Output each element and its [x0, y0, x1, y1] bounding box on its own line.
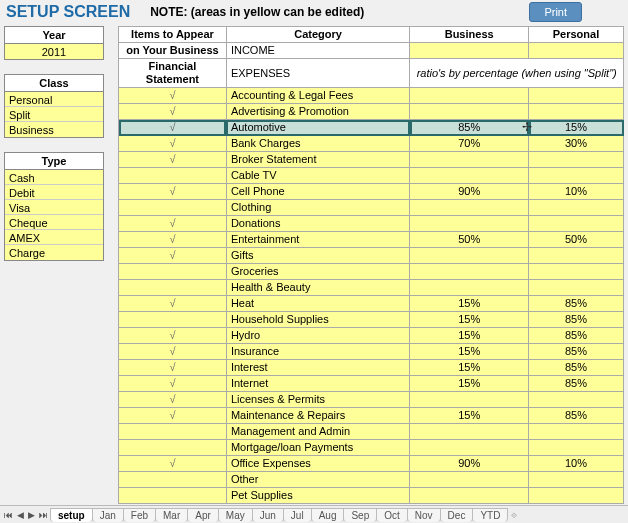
tab-Sep[interactable]: Sep	[343, 508, 377, 522]
type-item[interactable]: Visa	[5, 200, 103, 215]
row-check[interactable]: √	[119, 152, 227, 168]
row-personal[interactable]: 85%	[529, 344, 624, 360]
row-business[interactable]	[410, 216, 529, 232]
row-category[interactable]: Bank Charges	[226, 136, 409, 152]
tab-Mar[interactable]: Mar	[155, 508, 188, 522]
tab-Oct[interactable]: Oct	[376, 508, 408, 522]
income-personal[interactable]	[529, 43, 624, 59]
row-check[interactable]: √	[119, 104, 227, 120]
row-category[interactable]: Advertising & Promotion	[226, 104, 409, 120]
row-category[interactable]: Licenses & Permits	[226, 392, 409, 408]
tab-Jan[interactable]: Jan	[92, 508, 124, 522]
row-check[interactable]	[119, 440, 227, 456]
tab-nav-next-icon[interactable]: ▶	[26, 510, 37, 520]
row-business[interactable]	[410, 440, 529, 456]
class-item[interactable]: Business	[5, 122, 103, 137]
row-personal[interactable]: 85%	[529, 408, 624, 424]
row-category[interactable]: Interest	[226, 360, 409, 376]
row-personal[interactable]	[529, 88, 624, 104]
row-personal[interactable]	[529, 152, 624, 168]
row-business[interactable]	[410, 472, 529, 488]
row-personal[interactable]: 30%	[529, 136, 624, 152]
class-item[interactable]: Split	[5, 107, 103, 122]
row-category[interactable]: Maintenance & Repairs	[226, 408, 409, 424]
row-check[interactable]	[119, 488, 227, 504]
row-check[interactable]: √	[119, 216, 227, 232]
row-personal[interactable]	[529, 104, 624, 120]
row-personal[interactable]: 85%	[529, 360, 624, 376]
print-button[interactable]: Print	[529, 2, 582, 22]
row-business[interactable]: 15%	[410, 312, 529, 328]
tab-nav-first-icon[interactable]: ⏮	[2, 510, 15, 520]
row-check[interactable]: √	[119, 392, 227, 408]
row-category[interactable]: Automotive	[226, 120, 409, 136]
row-business[interactable]	[410, 392, 529, 408]
class-item[interactable]: Personal	[5, 92, 103, 107]
row-check[interactable]: √	[119, 232, 227, 248]
row-category[interactable]: Donations	[226, 216, 409, 232]
row-business[interactable]	[410, 200, 529, 216]
tab-Nov[interactable]: Nov	[407, 508, 441, 522]
row-check[interactable]: √	[119, 376, 227, 392]
row-personal[interactable]: 10%	[529, 184, 624, 200]
row-category[interactable]: Groceries	[226, 264, 409, 280]
row-business[interactable]	[410, 264, 529, 280]
row-business[interactable]: 85%	[410, 120, 529, 136]
year-value[interactable]: 2011	[5, 44, 103, 59]
row-business[interactable]: 15%	[410, 360, 529, 376]
row-check[interactable]: √	[119, 408, 227, 424]
type-item[interactable]: AMEX	[5, 230, 103, 245]
tab-May[interactable]: May	[218, 508, 253, 522]
type-item[interactable]: Debit	[5, 185, 103, 200]
row-check[interactable]: √	[119, 504, 227, 505]
row-business[interactable]: 15%	[410, 296, 529, 312]
row-category[interactable]: Insurance	[226, 344, 409, 360]
tab-Jul[interactable]: Jul	[283, 508, 312, 522]
tab-nav-last-icon[interactable]: ⏭	[37, 510, 50, 520]
row-category[interactable]: Other	[226, 472, 409, 488]
row-category[interactable]: Mortgage/loan Payments	[226, 440, 409, 456]
row-check[interactable]: √	[119, 328, 227, 344]
row-category[interactable]: Entertainment	[226, 232, 409, 248]
row-personal[interactable]: 10%	[529, 456, 624, 472]
row-personal[interactable]	[529, 264, 624, 280]
row-business[interactable]: 90%	[410, 184, 529, 200]
row-personal[interactable]	[529, 392, 624, 408]
row-check[interactable]	[119, 424, 227, 440]
row-category[interactable]: Household Supplies	[226, 312, 409, 328]
tab-YTD[interactable]: YTD	[472, 508, 508, 522]
row-personal[interactable]	[529, 424, 624, 440]
row-business[interactable]: 15%	[410, 376, 529, 392]
row-personal[interactable]	[529, 280, 624, 296]
row-category[interactable]: Broker Statement	[226, 152, 409, 168]
row-category[interactable]: Accounting & Legal Fees	[226, 88, 409, 104]
row-business[interactable]	[410, 248, 529, 264]
row-check[interactable]: √	[119, 88, 227, 104]
tab-nav-prev-icon[interactable]: ◀	[15, 510, 26, 520]
row-category[interactable]: Gifts	[226, 248, 409, 264]
row-category[interactable]: Cable TV	[226, 168, 409, 184]
row-personal[interactable]: 85%	[529, 312, 624, 328]
row-check[interactable]: √	[119, 296, 227, 312]
row-category[interactable]: Pet Supplies	[226, 488, 409, 504]
tab-Dec[interactable]: Dec	[440, 508, 474, 522]
row-category[interactable]: Health & Beauty	[226, 280, 409, 296]
data-grid[interactable]: Items to Appear Category Business Person…	[118, 26, 624, 504]
row-check[interactable]	[119, 472, 227, 488]
row-business[interactable]	[410, 504, 529, 505]
row-check[interactable]: √	[119, 184, 227, 200]
row-check[interactable]: √	[119, 120, 227, 136]
tab-nav[interactable]: ⏮ ◀ ▶ ⏭	[2, 510, 50, 520]
row-business[interactable]: 15%	[410, 344, 529, 360]
income-row[interactable]: INCOME	[226, 43, 409, 59]
row-check[interactable]	[119, 168, 227, 184]
row-business[interactable]	[410, 104, 529, 120]
expenses-row[interactable]: EXPENSES	[226, 59, 409, 88]
row-category[interactable]: Hydro	[226, 328, 409, 344]
row-personal[interactable]	[529, 248, 624, 264]
row-business[interactable]: 50%	[410, 232, 529, 248]
row-personal[interactable]	[529, 200, 624, 216]
type-item[interactable]: Cash	[5, 170, 103, 185]
row-personal[interactable]	[529, 216, 624, 232]
row-personal[interactable]	[529, 472, 624, 488]
